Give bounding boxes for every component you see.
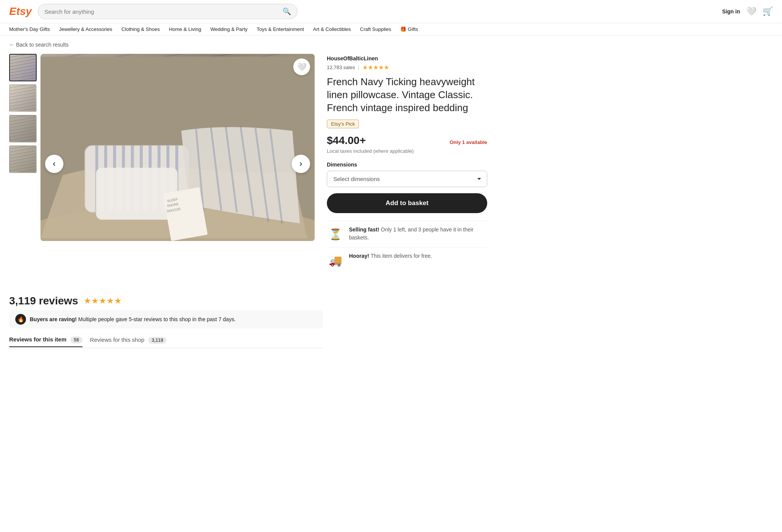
- nav-item-jewellery[interactable]: Jewellery & Accessories: [59, 26, 112, 32]
- search-input[interactable]: [44, 8, 283, 15]
- cart-icon[interactable]: 🛒: [763, 6, 773, 16]
- next-button[interactable]: ›: [292, 155, 310, 173]
- header: Etsy 🔍 Sign in 🤍 🛒: [0, 0, 782, 23]
- selling-fast-text: Selling fast! Only 1 left, and 3 people …: [349, 226, 487, 242]
- shop-meta: 12,783 sales | ★★★★★: [327, 64, 487, 71]
- nav-item-wedding[interactable]: Wedding & Party: [210, 26, 247, 32]
- main-image: SLEEP SNORE SNOOZE: [40, 54, 315, 241]
- fire-icon: 🔥: [15, 314, 26, 325]
- tab-reviews-shop[interactable]: Reviews for this shop 3,119: [90, 336, 167, 347]
- prev-button[interactable]: ‹: [45, 155, 63, 173]
- reviews-header: 3,119 reviews ★★★★★: [9, 295, 323, 307]
- favorite-button[interactable]: 🤍: [293, 58, 310, 75]
- delivery-icon: 🚚: [327, 252, 344, 269]
- delivery-card: 🚚 Hooray! This item delivers for free.: [327, 247, 487, 273]
- nav-item-clothing[interactable]: Clothing & Shoes: [121, 26, 160, 32]
- nav-item-craft[interactable]: Craft Supplies: [360, 26, 391, 32]
- etsy-logo[interactable]: Etsy: [9, 5, 32, 18]
- search-icon[interactable]: 🔍: [283, 7, 291, 16]
- tab-reviews-item[interactable]: Reviews for this item 58: [9, 336, 82, 347]
- product-illustration: SLEEP SNORE SNOOZE: [40, 54, 315, 241]
- divider: |: [358, 65, 359, 70]
- reviews-tabs: Reviews for this item 58 Reviews for thi…: [9, 336, 323, 348]
- selling-fast-card: ⏳ Selling fast! Only 1 left, and 3 peopl…: [327, 221, 487, 247]
- nav-bar: Mother's Day Gifts Jewellery & Accessori…: [0, 23, 782, 36]
- nav-item-mothers-day[interactable]: Mother's Day Gifts: [9, 26, 50, 32]
- raving-text: Buyers are raving! Multiple people gave …: [30, 316, 236, 322]
- shop-name[interactable]: HouseOfBalticLinen: [327, 55, 487, 61]
- thumbnail-4[interactable]: [9, 146, 37, 173]
- reviews-stars: ★★★★★: [84, 296, 122, 306]
- breadcrumb: ← Back to search results: [0, 36, 782, 54]
- product-title: French Navy Ticking heavyweight linen pi…: [327, 76, 487, 114]
- price-row: $44.00+ Only 1 available: [327, 134, 487, 147]
- shop-sales: 12,783 sales: [327, 65, 355, 70]
- raving-banner: 🔥 Buyers are raving! Multiple people gav…: [9, 310, 323, 328]
- tab-item-badge: 58: [70, 336, 82, 343]
- thumbnail-1[interactable]: [9, 54, 37, 81]
- wishlist-icon[interactable]: 🤍: [746, 6, 756, 16]
- search-bar: 🔍: [38, 4, 297, 19]
- back-link[interactable]: ← Back to search results: [9, 42, 773, 48]
- add-basket-button[interactable]: Add to basket: [327, 193, 487, 213]
- taxes-note: Local taxes included (where applicable): [327, 148, 487, 154]
- product-container: SLEEP SNORE SNOOZE ‹ › 🤍 HouseOfBalticLi…: [0, 54, 496, 286]
- thumbnail-2[interactable]: [9, 84, 37, 112]
- availability-badge: Only 1 available: [450, 139, 487, 145]
- header-actions: Sign in 🤍 🛒: [722, 6, 773, 16]
- etsy-pick-badge[interactable]: Etsy's Pick: [327, 120, 359, 128]
- thumbnail-3[interactable]: [9, 115, 37, 142]
- thumbnails: [9, 54, 37, 273]
- reviews-count: 3,119 reviews: [9, 295, 78, 307]
- main-image-wrap: SLEEP SNORE SNOOZE ‹ › 🤍: [40, 54, 315, 273]
- price: $44.00+: [327, 134, 366, 147]
- dimensions-select[interactable]: Select dimensions: [327, 171, 487, 187]
- dimensions-label: Dimensions: [327, 162, 487, 168]
- shop-stars: ★★★★★: [362, 64, 389, 71]
- sign-in-link[interactable]: Sign in: [722, 8, 740, 15]
- tab-shop-badge: 3,119: [148, 337, 166, 344]
- delivery-text: Hooray! This item delivers for free.: [349, 252, 432, 260]
- gallery: SLEEP SNORE SNOOZE ‹ › 🤍: [9, 54, 315, 273]
- hourglass-icon: ⏳: [327, 226, 344, 243]
- reviews-section: 3,119 reviews ★★★★★ 🔥 Buyers are raving!…: [0, 286, 332, 348]
- nav-item-art[interactable]: Art & Collectibles: [313, 26, 351, 32]
- nav-item-toys[interactable]: Toys & Entertainment: [257, 26, 304, 32]
- product-info: HouseOfBalticLinen 12,783 sales | ★★★★★ …: [327, 54, 487, 273]
- nav-item-gifts[interactable]: 🎁 Gifts: [400, 26, 418, 32]
- nav-item-home[interactable]: Home & Living: [169, 26, 201, 32]
